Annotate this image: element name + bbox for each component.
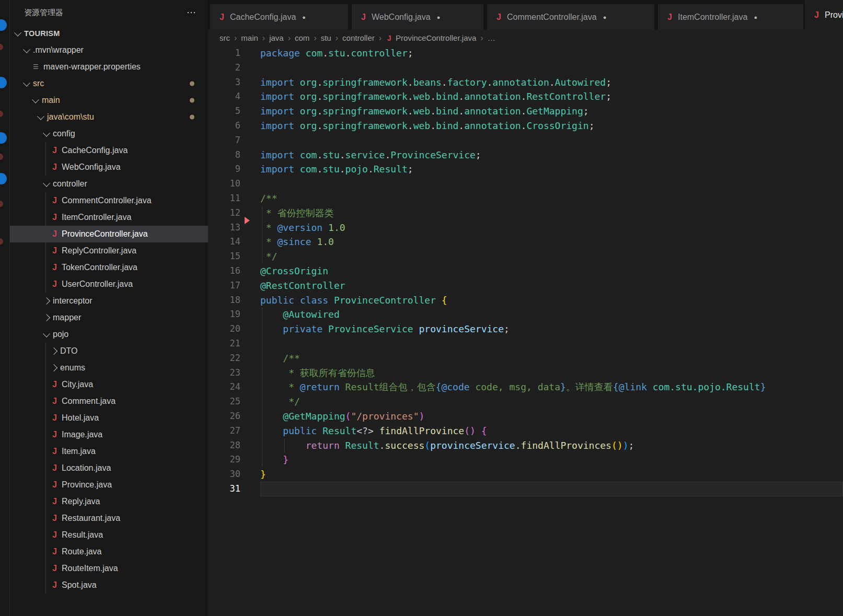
breadcrumb-item-java[interactable]: java (269, 33, 284, 42)
more-actions-icon[interactable]: ⋯ (187, 7, 197, 18)
code-line-3[interactable]: 3import org.springframework.beans.factor… (208, 75, 843, 90)
tree-item-tokencontroller.java[interactable]: JTokenController.java (10, 259, 208, 276)
tree-item-province.java[interactable]: JProvince.java (10, 476, 208, 493)
tree-item-result.java[interactable]: JResult.java (10, 527, 208, 543)
java-file-icon: J (51, 530, 58, 540)
code-editor[interactable]: 1package com.stu.controller;23import org… (208, 46, 843, 496)
line-content (260, 133, 843, 148)
tree-item-label: Image.java (62, 430, 102, 439)
tab-provincecontroller.java[interactable]: JProvinceController.java● (805, 0, 843, 30)
indent-guide (262, 206, 262, 220)
code-line-9[interactable]: 9import com.stu.pojo.Result; (208, 162, 843, 177)
tree-item-controller[interactable]: controller (10, 176, 208, 192)
chevron-right-icon (43, 314, 50, 321)
tree-item-mapper[interactable]: mapper (10, 309, 208, 326)
line-content (260, 336, 843, 351)
tree-item-config[interactable]: config (10, 125, 208, 142)
tree-item-cacheconfig.java[interactable]: JCacheConfig.java (10, 142, 208, 159)
tree-item-hotel.java[interactable]: JHotel.java (10, 410, 208, 426)
tree-item-provincecontroller.java[interactable]: JProvinceController.java (10, 226, 208, 242)
code-line-10[interactable]: 10 (208, 177, 843, 191)
code-line-6[interactable]: 6import org.springframework.web.bind.ann… (208, 119, 843, 133)
tree-item-enums[interactable]: enums (10, 359, 208, 376)
code-line-28[interactable]: 28 return Result.success(provinceService… (208, 438, 843, 453)
code-line-20[interactable]: 20 private ProvinceService provinceServi… (208, 322, 843, 336)
breadcrumb-item-controller[interactable]: controller (342, 33, 375, 42)
code-line-8[interactable]: 8import com.stu.service.ProvinceService; (208, 148, 843, 162)
code-line-19[interactable]: 19 @Autowired (208, 307, 843, 322)
tree-item-interceptor[interactable]: interceptor (10, 293, 208, 309)
code-line-25[interactable]: 25 */ (208, 394, 843, 409)
tree-item-commentcontroller.java[interactable]: JCommentController.java (10, 192, 208, 209)
code-line-13[interactable]: 13 * @version 1.0 (208, 220, 843, 235)
code-line-2[interactable]: 2 (208, 61, 843, 75)
tree-item-routeitem.java[interactable]: JRouteItem.java (10, 560, 208, 577)
line-number: 9 (208, 162, 260, 177)
tree-item-pojo[interactable]: pojo (10, 326, 208, 343)
tree-item-dto[interactable]: DTO (10, 343, 208, 359)
tree-item-spot.java[interactable]: JSpot.java (10, 577, 208, 594)
tree-item-image.java[interactable]: JImage.java (10, 426, 208, 443)
modified-dot-icon[interactable]: ● (754, 14, 757, 20)
tree-item-location.java[interactable]: JLocation.java (10, 460, 208, 476)
tree-item-restaurant.java[interactable]: JRestaurant.java (10, 510, 208, 527)
breadcrumb-overflow[interactable]: … (488, 33, 495, 42)
tree-item-usercontroller.java[interactable]: JUserController.java (10, 276, 208, 293)
tab-cacheconfig.java[interactable]: JCacheConfig.java● (210, 4, 348, 30)
code-line-17[interactable]: 17@RestController (208, 278, 843, 293)
breadcrumb-item-stu[interactable]: stu (321, 33, 331, 42)
tree-item-reply.java[interactable]: JReply.java (10, 493, 208, 510)
tab-itemcontroller.java[interactable]: JItemController.java● (658, 4, 803, 30)
breadcrumb-item-main[interactable]: main (241, 33, 258, 42)
tree-item-label: maven-wrapper.properties (43, 62, 141, 72)
tree-item-src[interactable]: src (10, 75, 208, 92)
gutter-marker-icon[interactable] (245, 217, 250, 224)
line-content: * 获取所有省份信息 (260, 366, 843, 380)
modified-dot-icon[interactable]: ● (603, 14, 607, 20)
tree-item-tourism[interactable]: TOURISM (10, 25, 208, 42)
breadcrumb-file[interactable]: ProvinceController.java (396, 33, 476, 42)
code-line-23[interactable]: 23 * 获取所有省份信息 (208, 366, 843, 380)
tree-item-webconfig.java[interactable]: JWebConfig.java (10, 159, 208, 176)
tab-commentcontroller.java[interactable]: JCommentController.java● (487, 4, 654, 30)
tree-item-maven-wrapper.properties[interactable]: ☰maven-wrapper.properties (10, 59, 208, 75)
breadcrumb-item-com[interactable]: com (295, 33, 309, 42)
tree-item-main[interactable]: main (10, 92, 208, 109)
tree-item-itemcontroller.java[interactable]: JItemController.java (10, 209, 208, 226)
modified-dot-icon[interactable]: ● (302, 14, 306, 20)
code-line-22[interactable]: 22 /** (208, 351, 843, 366)
breadcrumb[interactable]: src›main›java›com›stu›controller›JProvin… (208, 30, 843, 46)
code-line-16[interactable]: 16@CrossOrigin (208, 264, 843, 278)
code-line-29[interactable]: 29 } (208, 452, 843, 467)
code-line-11[interactable]: 11/** (208, 191, 843, 206)
code-line-1[interactable]: 1package com.stu.controller; (208, 46, 843, 61)
hidden-panel-strip[interactable] (0, 0, 10, 616)
tab-webconfig.java[interactable]: JWebConfig.java● (352, 4, 483, 30)
modified-dot-icon[interactable]: ● (437, 14, 441, 20)
breadcrumb-item-src[interactable]: src (220, 33, 230, 42)
tree-item-comment.java[interactable]: JComment.java (10, 393, 208, 410)
code-line-26[interactable]: 26 @GetMapping("/provinces") (208, 409, 843, 424)
code-line-15[interactable]: 15 */ (208, 249, 843, 264)
tree-item-replycontroller.java[interactable]: JReplyController.java (10, 242, 208, 259)
code-line-14[interactable]: 14 * @since 1.0 (208, 235, 843, 249)
code-line-4[interactable]: 4import org.springframework.web.bind.ann… (208, 89, 843, 104)
line-number: 28 (208, 438, 260, 453)
code-line-27[interactable]: 27 public Result<?> findAllProvince() { (208, 424, 843, 438)
code-line-18[interactable]: 18public class ProvinceController { (208, 293, 843, 308)
tree-item-item.java[interactable]: JItem.java (10, 443, 208, 460)
code-line-24[interactable]: 24 * @return Result组合包，包含{@code code, ms… (208, 380, 843, 394)
tree-item-java-com-stu[interactable]: java\com\stu (10, 109, 208, 125)
tree-item-route.java[interactable]: JRoute.java (10, 543, 208, 560)
code-line-30[interactable]: 30} (208, 467, 843, 482)
code-line-7[interactable]: 7 (208, 133, 843, 148)
line-content: */ (260, 249, 843, 264)
tree-item-.mvn-wrapper[interactable]: .mvn\wrapper (10, 42, 208, 59)
code-line-5[interactable]: 5import org.springframework.web.bind.ann… (208, 104, 843, 119)
code-line-21[interactable]: 21 (208, 336, 843, 351)
java-file-icon: J (51, 146, 58, 155)
code-line-12[interactable]: 12 * 省份控制器类 (208, 206, 843, 220)
line-content: @RestController (260, 278, 843, 293)
tree-item-city.java[interactable]: JCity.java (10, 376, 208, 393)
code-line-31[interactable]: 31 (208, 482, 843, 496)
